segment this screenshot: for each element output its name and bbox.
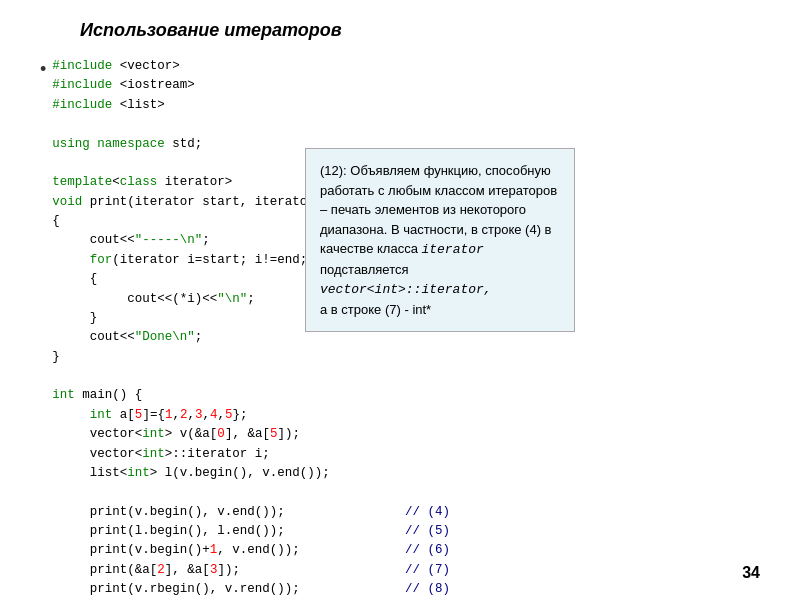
tooltip-text3: а в строке (7) - int* bbox=[320, 302, 431, 317]
tooltip-iter1: iterator bbox=[421, 242, 483, 257]
slide: Использование итераторов • #include <vec… bbox=[0, 0, 800, 600]
tooltip-text2: подставляется bbox=[320, 262, 409, 277]
tooltip-box: (12): Объявляем функцию, способную работ… bbox=[305, 148, 575, 332]
tooltip-iter2: vector<int>::iterator, bbox=[320, 282, 492, 297]
slide-title: Использование итераторов bbox=[80, 20, 760, 41]
page-number: 34 bbox=[742, 564, 760, 582]
bullet-point: • bbox=[40, 59, 46, 600]
